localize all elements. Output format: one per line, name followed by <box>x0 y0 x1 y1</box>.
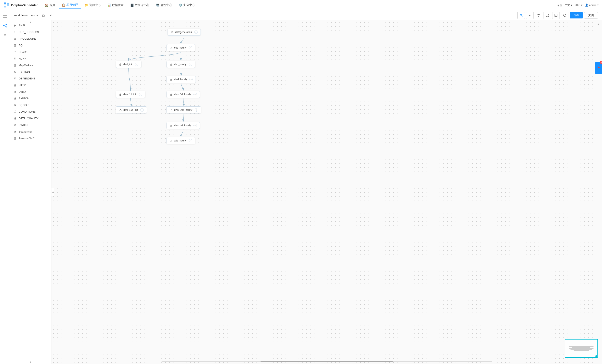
user-menu[interactable]: 👤 admin ▾ <box>585 3 599 7</box>
language-selector[interactable]: 中文 ▾ <box>565 3 572 7</box>
node-close-button[interactable]: ○ <box>140 108 144 112</box>
node-close-button[interactable]: ○ <box>194 93 197 96</box>
task-item-mapreduce[interactable]: ▦ MapReduce <box>10 62 51 68</box>
svg-line-13 <box>4 26 6 27</box>
node-type-icon <box>170 46 172 49</box>
procedure-icon: ▦ <box>13 37 17 40</box>
task-item-conditions[interactable]: ⬡ CONDITIONS <box>10 108 51 115</box>
task-item-sql[interactable]: ▦ SQL <box>10 42 51 49</box>
node-dwd-init[interactable]: dwd_init ○ <box>116 61 141 68</box>
svg-point-11 <box>6 27 7 28</box>
mapreduce-icon: ▦ <box>13 64 17 67</box>
sidebar-dashboard[interactable] <box>1 13 9 20</box>
node-close-button[interactable]: ○ <box>189 139 192 142</box>
svg-rect-0 <box>4 2 6 4</box>
workflow-canvas[interactable]: datageneration ○ ods_hourly ○ dwd_init ○ <box>51 20 602 364</box>
panel-toggle-button[interactable]: ◀ <box>51 188 54 196</box>
link-workflow-button[interactable] <box>47 13 53 18</box>
panel-scroll-up[interactable]: ▲ <box>30 21 32 24</box>
node-type-icon <box>170 78 172 81</box>
node-dwd-hourly[interactable]: dwd_hourly ○ <box>167 76 196 83</box>
task-item-sqoop[interactable]: ◉ SQOOP <box>10 102 51 108</box>
node-dws-10d-hourly[interactable]: dws_10d_hourly ○ <box>167 107 201 113</box>
nav-resource[interactable]: 📁 资源中心 <box>82 2 104 8</box>
task-item-spark[interactable]: ✦ SPARK <box>10 49 51 55</box>
subprocess-icon: ⬡ <box>13 30 17 34</box>
mini-map-content <box>566 340 597 356</box>
task-item-switch[interactable]: ✕ SWITCH <box>10 122 51 128</box>
canvas-horizontal-scrollbar[interactable] <box>161 361 492 362</box>
sidebar-workflow[interactable] <box>1 22 9 30</box>
search-toolbar-button[interactable] <box>517 12 525 19</box>
task-item-subprocess[interactable]: ⬡ SUB_PROCESS <box>10 29 51 35</box>
nav-quality[interactable]: 📊 数据质量 <box>105 2 127 8</box>
task-item-flink[interactable]: ⚙ FLINK <box>10 55 51 62</box>
download-toolbar-button[interactable] <box>526 12 534 19</box>
task-item-amazonemr[interactable]: ▦ AmazonEMR <box>10 135 51 141</box>
task-item-http[interactable]: ▦ HTTP <box>10 82 51 88</box>
dependent-icon: ⚙ <box>13 77 17 80</box>
canvas-scroll-thumb[interactable] <box>261 361 393 362</box>
task-item-procedure[interactable]: ▦ PROCEDURE <box>10 35 51 42</box>
nav-security[interactable]: 🛡️ 安全中心 <box>176 2 198 8</box>
right-float-button[interactable]: 📍 1 <box>595 62 602 74</box>
svg-rect-8 <box>5 17 7 18</box>
mini-bar-1 <box>569 346 593 347</box>
task-item-data-quality[interactable]: ◉ DATA_QUALITY <box>10 115 51 122</box>
mini-map <box>565 339 598 358</box>
node-close-button[interactable]: ○ <box>139 93 142 96</box>
node-dws-1d-init[interactable]: dws_1d_init ○ <box>116 91 145 98</box>
node-label: dws_10d_hourly <box>174 108 192 111</box>
save-button[interactable]: 保存 <box>570 12 583 19</box>
sidebar-settings[interactable] <box>1 31 9 39</box>
task-item-datax[interactable]: ◉ DataX <box>10 88 51 95</box>
node-close-button[interactable]: ○ <box>189 46 192 49</box>
info-toolbar-button[interactable]: i <box>561 12 568 19</box>
svg-point-37 <box>120 109 121 110</box>
mini-bar-2 <box>572 347 591 348</box>
nav-project[interactable]: 📋 项目管理 <box>59 2 81 9</box>
workflow-title: workflows_hourly <box>14 13 38 17</box>
node-datageneration[interactable]: datageneration ○ <box>168 29 201 36</box>
node-dws-10d-init[interactable]: dws_10d_init ○ <box>116 107 147 113</box>
canvas-scroll-up[interactable]: ▲ <box>596 22 600 26</box>
nav-monitor[interactable]: 🖥️ 监控中心 <box>153 2 175 8</box>
mini-bar-3 <box>569 348 593 349</box>
svg-rect-2 <box>4 6 6 8</box>
fullscreen-toolbar-button[interactable] <box>544 12 551 19</box>
node-label: dwd_hourly <box>174 78 187 81</box>
theme-selector[interactable]: 深色 <box>557 3 562 7</box>
timezone-selector[interactable]: UTC ▾ <box>575 3 582 7</box>
task-item-pigeon[interactable]: ◉ PIGEON <box>10 95 51 102</box>
logo[interactable]: DolphinScheduler <box>3 2 38 8</box>
node-close-button[interactable]: ○ <box>189 78 193 81</box>
node-dim-hourly[interactable]: dim_hourly ○ <box>167 61 195 68</box>
node-close-button[interactable]: ○ <box>189 63 192 66</box>
node-close-button[interactable]: ○ <box>194 31 198 34</box>
nav-home[interactable]: 🏠 首页 <box>42 2 58 8</box>
node-close-button[interactable]: ○ <box>135 63 138 66</box>
node-ods-hourly[interactable]: ods_hourly ○ <box>167 44 195 51</box>
copy-workflow-button[interactable] <box>41 13 46 18</box>
node-type-icon <box>170 63 172 66</box>
svg-line-17 <box>522 16 522 17</box>
delete-toolbar-button[interactable] <box>535 12 542 19</box>
node-close-button[interactable]: ○ <box>194 124 197 127</box>
node-ads-hourly[interactable]: ads_hourly ○ <box>167 137 195 144</box>
panel-scroll-down[interactable]: ▼ <box>30 361 32 364</box>
svg-point-41 <box>171 125 172 126</box>
task-item-seatunnel[interactable]: ◉ SeaTunnel <box>10 128 51 135</box>
task-item-python[interactable]: ⚙ PYTHON <box>10 68 51 75</box>
node-close-button[interactable]: ○ <box>195 108 198 112</box>
svg-rect-7 <box>3 17 5 18</box>
fit-toolbar-button[interactable] <box>552 12 560 19</box>
node-dws-nd-hourly[interactable]: dws_nd_hourly ○ <box>167 122 200 129</box>
nav-datasource[interactable]: 🗄️ 数据源中心 <box>127 2 152 8</box>
node-dws-1d-hourly[interactable]: dws_1d_hourly ○ <box>167 91 200 98</box>
svg-point-30 <box>170 64 172 65</box>
task-item-dependent[interactable]: ⚙ DEPENDENT <box>10 75 51 82</box>
switch-icon: ✕ <box>13 123 17 127</box>
svg-point-34 <box>119 95 121 96</box>
svg-point-33 <box>120 94 121 94</box>
close-button[interactable]: 关闭 <box>584 12 598 19</box>
